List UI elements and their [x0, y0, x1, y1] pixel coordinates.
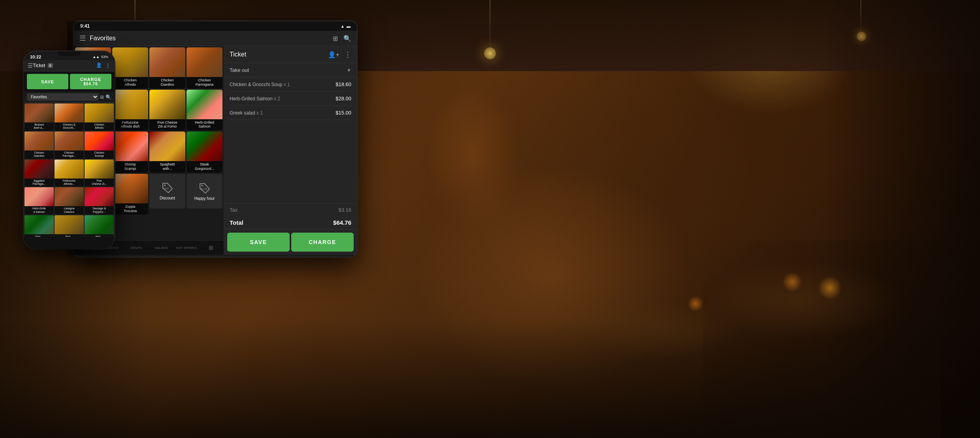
food-item-spaghetti[interactable]: Spaghettiwith... — [149, 132, 185, 173]
ticket-title: Ticket — [230, 51, 246, 58]
phone-food-image — [24, 187, 54, 206]
food-item-chicken-giardino[interactable]: ChickenGiardino — [149, 47, 185, 88]
food-image — [187, 90, 222, 119]
phone-food-item-extra2[interactable]: item... — [55, 215, 84, 237]
charge-button[interactable]: CHARGE — [291, 233, 354, 252]
phone-food-image — [24, 132, 54, 150]
cat-hot-drinks[interactable]: HOT DRINKS — [174, 241, 199, 255]
phone-more-icon[interactable]: ⋮ — [105, 62, 111, 69]
food-label: Herb-GrilledSalmon — [187, 119, 222, 131]
phone-charge-label: CHARGE — [80, 77, 102, 82]
food-label: ChickenGiardino — [149, 77, 185, 88]
phone-barcode-icon[interactable]: ⊞ — [100, 94, 104, 100]
food-item-chicken-alfredo[interactable]: ChickenAlfredo — [112, 47, 148, 88]
phone-food-image — [85, 160, 114, 179]
phone-time: 10:22 — [30, 55, 41, 59]
food-item-zuppa-toscana[interactable]: ZuppaToscana — [112, 174, 148, 215]
phone-top-icons: 👤 ⋮ — [96, 62, 111, 69]
happy-hour-tag-icon: $4.00 — [198, 181, 212, 196]
svg-text:$4.00: $4.00 — [200, 188, 207, 190]
phone-hamburger-icon[interactable]: ☰ — [28, 62, 33, 69]
phone-food-item-chicken-parmigiana[interactable]: ChickenParmigia... — [55, 132, 84, 159]
phone-food-label: item... — [55, 234, 84, 237]
discount-label: Discount — [160, 196, 175, 200]
phone-food-item-chicken-scampi[interactable]: ChickenScampi — [85, 132, 114, 159]
hamburger-icon[interactable]: ☰ — [79, 34, 86, 43]
food-label: Spaghettiwith... — [149, 161, 185, 173]
tablet-header: ☰ Favorites ⊞ 🔍 — [74, 31, 357, 46]
phone-food-item-sausage[interactable]: Sausage &Peppers... — [85, 187, 114, 214]
food-label: ChickenParmigiana — [187, 77, 222, 88]
phone-filter-select[interactable]: Favorites — [27, 93, 98, 101]
phone-food-item-extra3[interactable]: item... — [85, 215, 114, 237]
phone-filter-bar: Favorites ⊞ 🔍 — [24, 92, 115, 103]
item-name: Greek salad x 1 — [230, 110, 335, 116]
phone-food-image — [85, 103, 114, 122]
cat-grid-view[interactable]: ⊞ — [199, 241, 224, 255]
phone-device: 10:22 ▲▲ 53% ☰ Ticket 8 👤 ⋮ SAVE CHARGE … — [24, 51, 115, 249]
item-price: $28.00 — [335, 96, 351, 102]
more-options-icon[interactable]: ⋮ — [344, 50, 351, 59]
ticket-actions: 👤+ ⋮ — [328, 50, 351, 59]
ticket-action-buttons: SAVE CHARGE — [224, 229, 357, 255]
phone-action-buttons: SAVE CHARGE $64.76 — [24, 71, 115, 92]
phone-food-image — [24, 215, 54, 234]
tax-label: Tax — [230, 207, 237, 213]
food-label: Five CheeseZiti al Forno — [149, 119, 185, 131]
food-image — [112, 174, 148, 203]
phone-food-image — [24, 160, 54, 179]
food-item-chicken-parmigiana[interactable]: ChickenParmigiana — [187, 47, 222, 88]
svg-text:10%: 10% — [163, 187, 168, 190]
tax-amount: $3.16 — [338, 207, 351, 213]
item-price: $15.00 — [335, 110, 351, 116]
phone-food-image — [24, 103, 54, 122]
ticket-item: Chicken & Gnocchi Soup x 1 $18.60 — [230, 77, 351, 92]
phone-food-item-chicken-alfredo[interactable]: ChickenAlfredo — [85, 103, 114, 131]
food-item-herb-grilled-salmon[interactable]: Herb-GrilledSalmon — [187, 90, 222, 131]
take-out-selector[interactable]: Take out ▼ — [224, 63, 357, 77]
food-item-discount[interactable]: 10% Discount — [149, 174, 185, 209]
food-item-happy-hour[interactable]: $4.00 Happy hour — [187, 174, 222, 209]
phone-food-grid: BraisedBeef &... Chicken &Gnocchi... Chi… — [24, 103, 115, 237]
add-person-icon[interactable]: 👤+ — [328, 51, 339, 58]
item-price: $18.60 — [335, 81, 351, 87]
phone-food-label: Chicken &Gnocchi... — [55, 122, 84, 131]
food-item-shrimp-scampi[interactable]: ShrimpScampi — [112, 132, 148, 173]
phone-food-item-chicken-giardino[interactable]: ChickenGiardino — [24, 132, 54, 159]
food-item-five-cheese-ziti[interactable]: Five CheeseZiti al Forno — [149, 90, 185, 131]
phone-search-icon[interactable]: 🔍 — [106, 94, 111, 100]
phone-food-image — [55, 215, 84, 234]
food-item-fettuccine-alfredo[interactable]: FettuccineAlfredo dish — [112, 90, 148, 131]
phone-food-label: item... — [24, 234, 54, 237]
barcode-icon[interactable]: ⊞ — [333, 35, 338, 42]
phone-ticket-label: Ticket 8 — [33, 63, 96, 68]
phone-food-item-lasagna[interactable]: LasagnaClassico — [55, 187, 84, 214]
phone-food-item-eggplant[interactable]: EggplantParmigia... — [24, 160, 54, 187]
phone-charge-button[interactable]: CHARGE $64.76 — [70, 74, 111, 89]
ticket-header: Ticket 👤+ ⋮ — [224, 46, 357, 63]
phone-save-button[interactable]: SAVE — [27, 74, 68, 89]
phone-food-image — [85, 187, 114, 206]
phone-food-image — [85, 215, 114, 234]
phone-food-label: ChickenParmigia... — [55, 150, 84, 159]
phone-food-item-herb-salmon[interactable]: Herb-Grilled Salmon — [24, 187, 54, 214]
phone-food-item-braised-beef[interactable]: BraisedBeef &... — [24, 103, 54, 131]
food-item-steak-gorgonzola[interactable]: SteakGorgonzol... — [187, 132, 222, 173]
item-name: Chicken & Gnocchi Soup x 1 — [230, 82, 335, 87]
cat-soups[interactable]: SOUPS — [124, 241, 149, 255]
food-image — [149, 90, 185, 119]
save-button[interactable]: SAVE — [227, 233, 290, 252]
cat-salads[interactable]: SALADS — [149, 241, 174, 255]
phone-food-item-chicken-gnocchi[interactable]: Chicken &Gnocchi... — [55, 103, 84, 131]
happy-hour-label: Happy hour — [194, 196, 215, 201]
phone-food-item-fettuccine[interactable]: FettuccineAlfredo... — [55, 160, 84, 187]
phone-food-item-extra1[interactable]: item... — [24, 215, 54, 237]
phone-add-person-icon[interactable]: 👤 — [96, 62, 102, 69]
svg-point-0 — [164, 184, 166, 186]
search-icon[interactable]: 🔍 — [343, 35, 351, 42]
phone-food-item-five-cheese[interactable]: FiveCheese Zi... — [85, 160, 114, 187]
wifi-icon: ▲ — [341, 24, 345, 28]
phone-notch — [57, 51, 81, 56]
phone-food-image — [55, 132, 84, 150]
phone-food-image — [55, 160, 84, 179]
